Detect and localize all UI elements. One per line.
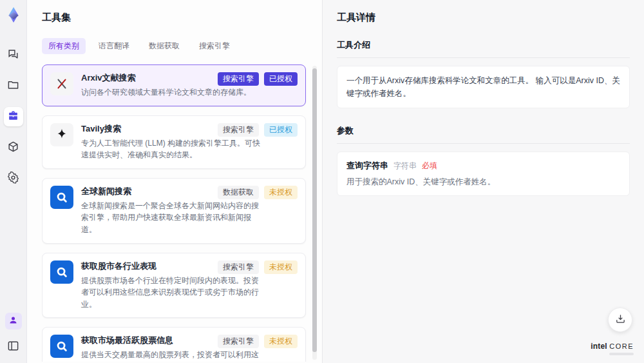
tab-language-translation[interactable]: 语言翻译: [92, 38, 136, 54]
sidebar-item-chat[interactable]: [4, 45, 23, 64]
app-logo-icon: [5, 6, 22, 23]
tool-card-sector-performance[interactable]: 获取股市各行业表现 提供股票市场各个行业在特定时间段内的表现。投资者可以利用这些…: [42, 253, 306, 319]
intel-core-logo: intel CORE: [591, 342, 634, 355]
tool-detail-panel: 工具详情 工具介绍 一个用于从Arxiv存储库搜索科学论文和文章的工具。 输入可…: [322, 0, 644, 363]
arxiv-x-icon: [50, 72, 73, 95]
tool-card-most-active-stocks[interactable]: 获取市场最活跃股票信息 提供当天交易量最高的股票列表，投资者可以利用这些信息来识…: [42, 327, 306, 362]
cube-icon: [7, 141, 19, 155]
intro-text: 一个用于从Arxiv存储库搜索科学论文和文章的工具。 输入可以是Arxiv ID…: [346, 74, 620, 100]
intro-section-heading: 工具介绍: [337, 39, 630, 58]
params-section-heading: 参数: [337, 125, 630, 144]
collapse-panel-button[interactable]: [4, 337, 23, 357]
auth-status-badge: 已授权: [264, 123, 298, 137]
sidebar-item-settings[interactable]: [4, 169, 23, 188]
intro-card: 一个用于从Arxiv存储库搜索科学论文和文章的工具。 输入可以是Arxiv ID…: [337, 66, 630, 108]
param-name: 查询字符串: [346, 160, 388, 172]
stock-search-icon: [50, 335, 73, 358]
auth-status-badge: 未授权: [264, 260, 298, 274]
sidebar-rail: [0, 0, 27, 363]
detail-title: 工具详情: [337, 12, 630, 24]
tool-description: 全球新闻搜索是一个聚合全球各大新闻网站内容的搜索引擎，帮助用户快速获取全球最新资…: [81, 200, 261, 236]
user-avatar[interactable]: [5, 313, 22, 329]
brand-intel-text: intel: [591, 342, 607, 351]
panel-toggle-icon: [7, 340, 19, 355]
param-type: 字符串: [393, 161, 417, 172]
category-tabs: 所有类别 语言翻译 数据获取 搜索引擎: [42, 38, 322, 54]
category-badge: 数据获取: [218, 186, 259, 199]
tool-list: Arxiv文献搜索 访问各个研究领域大量科学论文和文章的存储库。 搜索引擎 已授…: [42, 64, 322, 362]
sidebar-item-models[interactable]: [4, 138, 23, 157]
scrollbar-thumb[interactable]: [312, 68, 317, 352]
brand-core-text: CORE: [609, 342, 634, 350]
download-button[interactable]: [608, 308, 632, 332]
sidebar-item-tools[interactable]: [4, 107, 23, 126]
tavily-star-icon: [50, 123, 73, 146]
category-badge: 搜索引擎: [218, 123, 259, 137]
tool-description: 提供股票市场各个行业在特定时间段内的表现。投资者可以利用这些信息来识别表现优于或…: [81, 275, 261, 311]
brand-subtext-bar: [609, 353, 634, 355]
download-icon: [615, 313, 626, 327]
tab-data-acquisition[interactable]: 数据获取: [142, 38, 186, 54]
tab-search-engine[interactable]: 搜索引擎: [193, 38, 236, 54]
param-description: 用于搜索的Arxiv ID、关键字或作者姓名。: [346, 177, 620, 188]
app-window: 工具集 所有类别 语言翻译 数据获取 搜索引擎 Arxiv文献搜索 访问各个研究…: [0, 0, 644, 363]
tab-all-categories[interactable]: 所有类别: [42, 38, 86, 54]
param-required-flag: 必填: [422, 161, 437, 172]
page-title: 工具集: [42, 12, 322, 24]
tool-description: 专为人工智能代理 (LLM) 构建的搜索引擎工具。可快速提供实时、准确和真实的结…: [81, 137, 261, 161]
tool-list-panel: 工具集 所有类别 语言翻译 数据获取 搜索引擎 Arxiv文献搜索 访问各个研究…: [27, 0, 322, 363]
tool-card-global-news[interactable]: 全球新闻搜索 全球新闻搜索是一个聚合全球各大新闻网站内容的搜索引擎，帮助用户快速…: [42, 178, 306, 244]
list-scrollbar: [312, 66, 317, 360]
sidebar-item-files[interactable]: [4, 76, 23, 95]
tool-description: 提供当天交易量最高的股票列表，投资者可以利用这些信息来识别流动性强的股票和潜在的…: [81, 349, 261, 362]
tool-description: 访问各个研究领域大量科学论文和文章的存储库。: [81, 86, 261, 99]
category-badge: 搜索引擎: [218, 335, 259, 348]
auth-status-badge: 未授权: [264, 335, 298, 348]
tool-card-arxiv[interactable]: Arxiv文献搜索 访问各个研究领域大量科学论文和文章的存储库。 搜索引擎 已授…: [42, 64, 306, 106]
news-search-icon: [50, 186, 73, 209]
category-badge: 搜索引擎: [218, 260, 259, 274]
user-icon: [8, 315, 18, 328]
gear-icon: [7, 172, 19, 186]
folder-icon: [7, 79, 19, 93]
auth-status-badge: 已授权: [264, 72, 298, 86]
chat-icon: [7, 48, 19, 63]
category-badge: 搜索引擎: [218, 72, 259, 86]
stock-search-icon: [50, 260, 73, 284]
auth-status-badge: 未授权: [264, 186, 298, 199]
tool-card-tavily[interactable]: Tavily搜索 专为人工智能代理 (LLM) 构建的搜索引擎工具。可快速提供实…: [42, 115, 306, 169]
param-card: 查询字符串 字符串 必填 用于搜索的Arxiv ID、关键字或作者姓名。: [337, 152, 630, 196]
briefcase-icon: [7, 110, 19, 124]
